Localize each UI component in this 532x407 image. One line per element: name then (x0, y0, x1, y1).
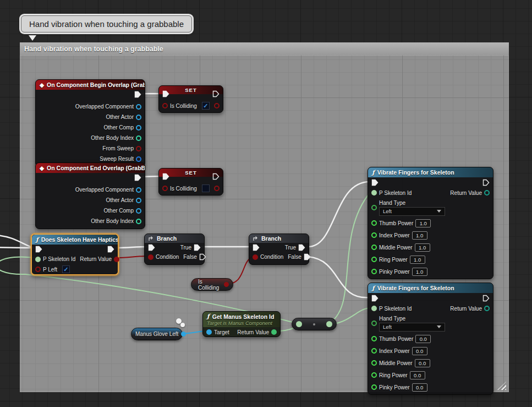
pinky-power-input[interactable]: 0.0 (412, 383, 427, 392)
other-actor-pin[interactable] (136, 198, 141, 203)
is-colliding-checkbox[interactable] (202, 184, 210, 192)
index-power-input[interactable]: 1.0 (412, 231, 427, 240)
branch-node-1[interactable]: Branch True Condition False (144, 234, 205, 265)
exec-out-pin[interactable] (212, 173, 220, 180)
other-body-index-pin[interactable] (136, 135, 141, 141)
is-colliding-out-pin[interactable] (224, 282, 229, 287)
pinky-power-input[interactable]: 1.0 (412, 268, 427, 276)
false-exec-pin[interactable] (199, 253, 206, 261)
p-left-checkbox[interactable]: ✓ (62, 265, 70, 273)
get-manus-skeleton-id-node[interactable]: ƒGet Manus Skeleton Id Target is Manus C… (202, 311, 281, 337)
exec-in-pin[interactable] (371, 295, 379, 302)
begin-overlap-node[interactable]: ◈ On Component Begin Overlap (GrabBoxLef… (35, 79, 145, 167)
exec-in-pin[interactable] (162, 90, 169, 97)
other-actor-pin[interactable] (136, 115, 141, 120)
vibrate-header: ƒ Vibrate Fingers for Skeleton (368, 167, 493, 177)
from-sweep-pin[interactable] (136, 146, 141, 151)
hand-type-pin[interactable] (371, 205, 377, 210)
p-left-pin[interactable] (35, 267, 41, 272)
is-colliding-out-pin[interactable] (214, 103, 220, 108)
does-skeleton-have-haptics-node[interactable]: ƒ Does Skeleton Have Haptics P Skeleton … (31, 234, 119, 275)
manus-glove-left-getter[interactable]: Manus Glove Left (131, 328, 183, 340)
middle-power-input[interactable]: 0.0 (415, 359, 430, 367)
set-is-colliding-false-node[interactable]: SET Is Colliding (158, 168, 223, 196)
set-is-colliding-true-node[interactable]: SET Is Colliding ✓ (158, 85, 223, 113)
hand-type-pin[interactable] (371, 321, 377, 326)
overlapped-component-pin[interactable] (136, 187, 141, 193)
thumb-power-input[interactable]: 1.0 (415, 219, 431, 227)
p-skeleton-id-pin[interactable] (371, 306, 377, 311)
branch-node-2[interactable]: Branch True Condition False (249, 234, 309, 265)
pin-label: Thumb Power (379, 220, 413, 226)
index-power-input[interactable]: 0.0 (412, 347, 427, 355)
sweep-result-pin[interactable] (136, 156, 141, 162)
ring-power-input[interactable]: 1.0 (410, 256, 425, 264)
ring-power-pin[interactable] (371, 372, 377, 378)
pin-label: From Sweep (102, 145, 134, 151)
index-power-pin[interactable] (371, 348, 377, 354)
other-comp-pin[interactable] (136, 208, 141, 214)
false-exec-pin[interactable] (304, 253, 311, 261)
pin-label: Other Actor (106, 197, 134, 203)
return-value-pin[interactable] (484, 190, 490, 196)
comment-bubble[interactable]: Hand vibration when touching a grabbable (21, 15, 192, 32)
knot-out-pin[interactable] (326, 321, 332, 327)
comment-bubble-tail (29, 35, 36, 41)
blueprint-canvas[interactable]: Hand vibration when touching a grabbable… (0, 0, 532, 407)
other-body-index-pin[interactable] (136, 219, 141, 224)
middle-power-pin[interactable] (371, 360, 377, 366)
vibrate-fingers-off-node[interactable]: ƒ Vibrate Fingers for Skeleton P Skeleto… (368, 283, 493, 395)
knot-in-pin[interactable] (296, 321, 302, 327)
exec-in-pin[interactable] (148, 244, 155, 251)
hand-type-select[interactable]: Left (379, 323, 445, 332)
exec-out-pin[interactable] (134, 174, 141, 181)
exec-out-pin[interactable] (134, 91, 141, 98)
middle-power-input[interactable]: 1.0 (415, 243, 430, 252)
condition-pin[interactable] (148, 254, 153, 260)
comment-resize-handle[interactable] (497, 382, 506, 390)
pinky-power-pin[interactable] (371, 384, 377, 390)
thumb-power-pin[interactable] (371, 220, 377, 226)
ring-power-pin[interactable] (371, 257, 377, 262)
exec-in-pin[interactable] (371, 179, 379, 186)
vibrate-fingers-on-node[interactable]: ƒ Vibrate Fingers for Skeleton P Skeleto… (368, 167, 493, 279)
exec-out-pin[interactable] (482, 179, 490, 186)
thumb-power-input[interactable]: 0.0 (415, 335, 431, 343)
return-value-pin[interactable] (484, 306, 490, 311)
condition-pin[interactable] (253, 254, 258, 260)
true-exec-pin[interactable] (298, 244, 305, 251)
exec-in-pin[interactable] (35, 246, 42, 253)
p-skeleton-id-pin[interactable] (35, 257, 41, 262)
vibrate-header: ƒ Vibrate Fingers for Skeleton (368, 283, 493, 293)
reroute-node[interactable] (292, 318, 337, 330)
comment-header[interactable]: Hand vibration when touching a grabbable (20, 42, 509, 55)
exec-out-pin[interactable] (107, 246, 114, 253)
index-power-pin[interactable] (371, 232, 377, 238)
function-icon: ƒ (372, 285, 375, 292)
exec-in-pin[interactable] (162, 173, 169, 180)
p-skeleton-id-pin[interactable] (371, 190, 377, 196)
is-colliding-checkbox[interactable]: ✓ (202, 102, 210, 110)
pinky-power-pin[interactable] (371, 269, 377, 274)
other-comp-pin[interactable] (136, 125, 141, 131)
middle-power-pin[interactable] (371, 245, 377, 250)
is-colliding-in-pin[interactable] (162, 186, 168, 191)
thumb-power-pin[interactable] (371, 336, 377, 341)
return-value-pin[interactable] (271, 329, 277, 335)
exec-in-pin[interactable] (253, 244, 260, 251)
end-overlap-node[interactable]: ◈ On Component End Overlap (GrabBoxLeft)… (35, 162, 145, 229)
true-exec-pin[interactable] (194, 244, 201, 251)
pin-label: Other Comp (104, 124, 134, 131)
return-value-pin[interactable] (114, 257, 119, 262)
is-colliding-getter[interactable]: Is Colliding (191, 278, 233, 291)
pin-label: Return Value (80, 256, 112, 262)
pin-label: Return Value (450, 306, 482, 312)
target-pin[interactable] (206, 329, 212, 335)
is-colliding-in-pin[interactable] (162, 103, 168, 108)
exec-out-pin[interactable] (482, 295, 490, 302)
overlapped-component-pin[interactable] (136, 104, 141, 110)
ring-power-input[interactable]: 0.0 (410, 371, 425, 379)
exec-out-pin[interactable] (212, 90, 220, 97)
is-colliding-out-pin[interactable] (214, 186, 220, 191)
hand-type-select[interactable]: Left (379, 207, 445, 216)
